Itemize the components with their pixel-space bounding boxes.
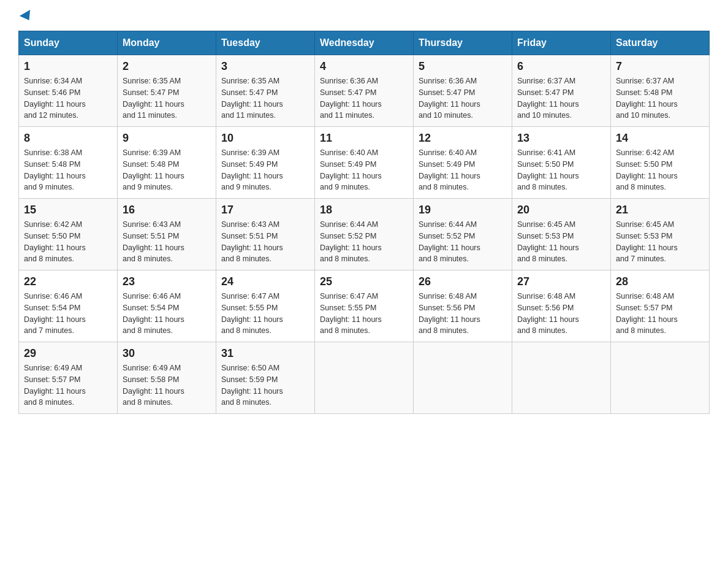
- day-number: 23: [123, 275, 211, 288]
- day-info: Sunrise: 6:40 AM Sunset: 5:49 PM Dayligh…: [320, 147, 408, 193]
- calendar-cell: [414, 342, 512, 414]
- calendar-cell: 19 Sunrise: 6:44 AM Sunset: 5:52 PM Dayl…: [414, 199, 512, 270]
- calendar-cell: 28 Sunrise: 6:48 AM Sunset: 5:57 PM Dayl…: [611, 270, 710, 342]
- calendar-cell: 31 Sunrise: 6:50 AM Sunset: 5:59 PM Dayl…: [216, 342, 315, 414]
- calendar-cell: 1 Sunrise: 6:34 AM Sunset: 5:46 PM Dayli…: [19, 55, 118, 127]
- day-number: 1: [24, 60, 112, 73]
- day-info: Sunrise: 6:48 AM Sunset: 5:57 PM Dayligh…: [616, 291, 704, 337]
- day-info: Sunrise: 6:46 AM Sunset: 5:54 PM Dayligh…: [123, 291, 211, 337]
- calendar-week-4: 22 Sunrise: 6:46 AM Sunset: 5:54 PM Dayl…: [19, 270, 710, 342]
- calendar-week-2: 8 Sunrise: 6:38 AM Sunset: 5:48 PM Dayli…: [19, 127, 710, 199]
- day-number: 24: [221, 275, 309, 288]
- calendar-cell: 23 Sunrise: 6:46 AM Sunset: 5:54 PM Dayl…: [118, 270, 216, 342]
- day-number: 28: [616, 275, 704, 288]
- calendar-cell: 8 Sunrise: 6:38 AM Sunset: 5:48 PM Dayli…: [19, 127, 118, 199]
- calendar-cell: [315, 342, 414, 414]
- calendar-cell: 10 Sunrise: 6:39 AM Sunset: 5:49 PM Dayl…: [216, 127, 315, 199]
- calendar-cell: 26 Sunrise: 6:48 AM Sunset: 5:56 PM Dayl…: [414, 270, 512, 342]
- day-info: Sunrise: 6:39 AM Sunset: 5:48 PM Dayligh…: [123, 147, 211, 193]
- day-info: Sunrise: 6:44 AM Sunset: 5:52 PM Dayligh…: [419, 219, 507, 265]
- day-header-row: SundayMondayTuesdayWednesdayThursdayFrid…: [19, 31, 710, 55]
- day-info: Sunrise: 6:49 AM Sunset: 5:58 PM Dayligh…: [123, 362, 211, 408]
- day-info: Sunrise: 6:36 AM Sunset: 5:47 PM Dayligh…: [419, 75, 507, 121]
- day-number: 17: [221, 204, 309, 216]
- day-number: 16: [123, 204, 211, 216]
- logo: [18, 12, 33, 21]
- day-info: Sunrise: 6:43 AM Sunset: 5:51 PM Dayligh…: [221, 219, 309, 265]
- day-info: Sunrise: 6:46 AM Sunset: 5:54 PM Dayligh…: [24, 291, 112, 337]
- day-info: Sunrise: 6:50 AM Sunset: 5:59 PM Dayligh…: [221, 362, 309, 408]
- calendar-cell: 29 Sunrise: 6:49 AM Sunset: 5:57 PM Dayl…: [19, 342, 118, 414]
- calendar-header: SundayMondayTuesdayWednesdayThursdayFrid…: [19, 31, 710, 55]
- day-header-monday: Monday: [118, 31, 216, 55]
- calendar-cell: 12 Sunrise: 6:40 AM Sunset: 5:49 PM Dayl…: [414, 127, 512, 199]
- day-info: Sunrise: 6:41 AM Sunset: 5:50 PM Dayligh…: [517, 147, 605, 193]
- day-header-thursday: Thursday: [414, 31, 512, 55]
- day-info: Sunrise: 6:47 AM Sunset: 5:55 PM Dayligh…: [320, 291, 408, 337]
- day-number: 18: [320, 204, 408, 216]
- day-info: Sunrise: 6:35 AM Sunset: 5:47 PM Dayligh…: [221, 75, 309, 121]
- day-number: 6: [517, 60, 605, 73]
- day-number: 31: [221, 347, 309, 360]
- calendar-cell: 30 Sunrise: 6:49 AM Sunset: 5:58 PM Dayl…: [118, 342, 216, 414]
- day-info: Sunrise: 6:43 AM Sunset: 5:51 PM Dayligh…: [123, 219, 211, 265]
- day-number: 27: [517, 275, 605, 288]
- day-number: 26: [419, 275, 507, 288]
- day-info: Sunrise: 6:38 AM Sunset: 5:48 PM Dayligh…: [24, 147, 112, 193]
- calendar-week-5: 29 Sunrise: 6:49 AM Sunset: 5:57 PM Dayl…: [19, 342, 710, 414]
- calendar-cell: 18 Sunrise: 6:44 AM Sunset: 5:52 PM Dayl…: [315, 199, 414, 270]
- page-header: [18, 12, 710, 21]
- calendar-week-1: 1 Sunrise: 6:34 AM Sunset: 5:46 PM Dayli…: [19, 55, 710, 127]
- day-info: Sunrise: 6:37 AM Sunset: 5:47 PM Dayligh…: [517, 75, 605, 121]
- day-number: 15: [24, 204, 112, 216]
- day-number: 19: [419, 204, 507, 216]
- day-header-friday: Friday: [512, 31, 611, 55]
- calendar-cell: 2 Sunrise: 6:35 AM Sunset: 5:47 PM Dayli…: [118, 55, 216, 127]
- calendar-cell: 17 Sunrise: 6:43 AM Sunset: 5:51 PM Dayl…: [216, 199, 315, 270]
- day-number: 9: [123, 132, 211, 145]
- calendar-cell: 3 Sunrise: 6:35 AM Sunset: 5:47 PM Dayli…: [216, 55, 315, 127]
- day-header-sunday: Sunday: [19, 31, 118, 55]
- day-number: 3: [221, 60, 309, 73]
- day-info: Sunrise: 6:49 AM Sunset: 5:57 PM Dayligh…: [24, 362, 112, 408]
- day-number: 20: [517, 204, 605, 216]
- calendar-cell: 5 Sunrise: 6:36 AM Sunset: 5:47 PM Dayli…: [414, 55, 512, 127]
- calendar-cell: 16 Sunrise: 6:43 AM Sunset: 5:51 PM Dayl…: [118, 199, 216, 270]
- day-number: 12: [419, 132, 507, 145]
- day-info: Sunrise: 6:48 AM Sunset: 5:56 PM Dayligh…: [517, 291, 605, 337]
- day-number: 30: [123, 347, 211, 360]
- day-number: 8: [24, 132, 112, 145]
- calendar-table: SundayMondayTuesdayWednesdayThursdayFrid…: [18, 31, 710, 414]
- calendar-cell: 6 Sunrise: 6:37 AM Sunset: 5:47 PM Dayli…: [512, 55, 611, 127]
- calendar-cell: 21 Sunrise: 6:45 AM Sunset: 5:53 PM Dayl…: [611, 199, 710, 270]
- day-info: Sunrise: 6:42 AM Sunset: 5:50 PM Dayligh…: [616, 147, 704, 193]
- day-number: 13: [517, 132, 605, 145]
- day-number: 4: [320, 60, 408, 73]
- calendar-cell: 7 Sunrise: 6:37 AM Sunset: 5:48 PM Dayli…: [611, 55, 710, 127]
- calendar-cell: 20 Sunrise: 6:45 AM Sunset: 5:53 PM Dayl…: [512, 199, 611, 270]
- day-number: 11: [320, 132, 408, 145]
- day-info: Sunrise: 6:35 AM Sunset: 5:47 PM Dayligh…: [123, 75, 211, 121]
- day-info: Sunrise: 6:39 AM Sunset: 5:49 PM Dayligh…: [221, 147, 309, 193]
- day-header-tuesday: Tuesday: [216, 31, 315, 55]
- day-number: 14: [616, 132, 704, 145]
- logo-triangle-icon: [20, 10, 34, 23]
- calendar-cell: [512, 342, 611, 414]
- calendar-cell: 24 Sunrise: 6:47 AM Sunset: 5:55 PM Dayl…: [216, 270, 315, 342]
- calendar-body: 1 Sunrise: 6:34 AM Sunset: 5:46 PM Dayli…: [19, 55, 710, 414]
- day-number: 7: [616, 60, 704, 73]
- calendar-cell: 9 Sunrise: 6:39 AM Sunset: 5:48 PM Dayli…: [118, 127, 216, 199]
- calendar-cell: 15 Sunrise: 6:42 AM Sunset: 5:50 PM Dayl…: [19, 199, 118, 270]
- calendar-cell: 11 Sunrise: 6:40 AM Sunset: 5:49 PM Dayl…: [315, 127, 414, 199]
- day-header-saturday: Saturday: [611, 31, 710, 55]
- day-info: Sunrise: 6:48 AM Sunset: 5:56 PM Dayligh…: [419, 291, 507, 337]
- calendar-cell: 13 Sunrise: 6:41 AM Sunset: 5:50 PM Dayl…: [512, 127, 611, 199]
- day-number: 22: [24, 275, 112, 288]
- calendar-cell: 4 Sunrise: 6:36 AM Sunset: 5:47 PM Dayli…: [315, 55, 414, 127]
- day-info: Sunrise: 6:47 AM Sunset: 5:55 PM Dayligh…: [221, 291, 309, 337]
- day-number: 29: [24, 347, 112, 360]
- day-info: Sunrise: 6:37 AM Sunset: 5:48 PM Dayligh…: [616, 75, 704, 121]
- day-info: Sunrise: 6:45 AM Sunset: 5:53 PM Dayligh…: [517, 219, 605, 265]
- day-info: Sunrise: 6:36 AM Sunset: 5:47 PM Dayligh…: [320, 75, 408, 121]
- calendar-cell: 14 Sunrise: 6:42 AM Sunset: 5:50 PM Dayl…: [611, 127, 710, 199]
